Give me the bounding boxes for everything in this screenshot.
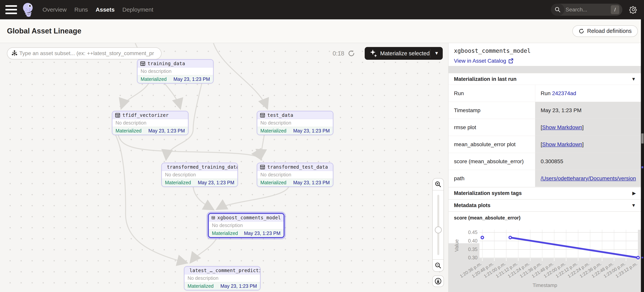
- x-axis-label: Timestamp: [526, 282, 564, 288]
- download-view-button[interactable]: [432, 275, 444, 287]
- edge-fragment: [642, 166, 643, 168]
- scrollbar-fragment: [641, 133, 644, 143]
- global-search[interactable]: /: [551, 4, 622, 16]
- chevron-right-icon[interactable]: ▶: [632, 190, 636, 196]
- y-tick-label: 0.35: [458, 246, 478, 252]
- search-input[interactable]: [566, 7, 602, 13]
- y-tick-label: 0.30: [458, 255, 478, 260]
- y-tick-label: 0.45: [458, 229, 478, 235]
- asset-detail-panel: xgboost_comments_model View in Asset Cat…: [448, 43, 641, 292]
- asset-node-xgboost-comments-model[interactable]: xgboost_comments_model No description Ma…: [208, 213, 284, 238]
- table-icon: [260, 113, 265, 118]
- search-icon: [551, 4, 564, 16]
- table-icon: [260, 165, 265, 170]
- asset-subset-input[interactable]: [19, 50, 156, 57]
- zoom-in-icon: [434, 181, 442, 188]
- reload-definitions-button[interactable]: Reload definitions: [572, 25, 638, 37]
- data-point: [509, 236, 512, 239]
- dagster-logo[interactable]: [21, 2, 35, 18]
- graph-toolbar: 0:18 Materialize selected ▼: [0, 43, 448, 64]
- zoom-out-button[interactable]: [433, 259, 444, 271]
- show-markdown-link[interactable]: Show Markdown: [542, 141, 582, 147]
- top-nav-bar: Overview Runs Assets Deployment /: [0, 0, 644, 19]
- chevron-down-icon[interactable]: ▼: [631, 76, 636, 82]
- data-point: [481, 236, 484, 239]
- asset-title: xgboost_comments_model: [454, 47, 530, 54]
- zoom-toolbar: [432, 178, 444, 272]
- edge-fragment: [642, 257, 643, 258]
- refresh-icon[interactable]: [348, 50, 355, 57]
- table-row: Run Run 242374ad: [448, 85, 641, 102]
- metadata-table: Run Run 242374ad Timestamp May 23, 1:23 …: [448, 85, 641, 187]
- path-link[interactable]: /Users/odetteharary/Documents/version: [541, 175, 636, 181]
- asset-node-tfidf-vectorizer[interactable]: tfidf_vectorizer No description Material…: [112, 111, 188, 135]
- page-header: Global Asset Lineage Reload definitions: [0, 19, 644, 43]
- op-selector-icon: [11, 50, 18, 57]
- selection-highlight: [448, 66, 641, 73]
- table-icon: [115, 113, 120, 118]
- metadata-plot-title: score (mean_absolute_error): [448, 211, 641, 224]
- section-materialization-system-tags[interactable]: Materialization system tags ▶: [448, 187, 641, 199]
- nav-item-runs[interactable]: Runs: [74, 7, 88, 13]
- chevron-down-icon[interactable]: ▼: [631, 203, 636, 208]
- asset-node-latest-comment-predictions[interactable]: latest_…_comment_predictions No descript…: [184, 266, 260, 290]
- refresh-timer: 0:18: [332, 50, 344, 57]
- score-line-chart: 0.45 0.40 0.35 0.30 1:20:36 p.m. 1:20:48…: [448, 224, 641, 292]
- page-title: Global Asset Lineage: [7, 27, 81, 35]
- nav-item-overview[interactable]: Overview: [42, 7, 67, 13]
- materialize-dropdown-caret[interactable]: ▼: [434, 51, 439, 56]
- table-row: rmse plot [Show Markdown]: [448, 119, 641, 136]
- section-materialization-in-last-run[interactable]: Materialization in last run ▼: [448, 73, 641, 85]
- hamburger-menu-icon[interactable]: [6, 5, 17, 14]
- gear-icon[interactable]: [629, 6, 638, 14]
- asset-subset-filter[interactable]: [7, 47, 162, 59]
- show-markdown-link[interactable]: Show Markdown: [542, 124, 582, 130]
- nav-item-deployment[interactable]: Deployment: [122, 7, 153, 13]
- zoom-slider-handle[interactable]: [435, 226, 442, 233]
- right-edge-strip: [641, 19, 644, 292]
- reload-icon: [578, 28, 584, 34]
- asset-node-transformed-test-data[interactable]: transformed_test_data No description Mat…: [257, 163, 334, 187]
- asset-node-test-data[interactable]: test_data No description MaterializedMay…: [257, 111, 334, 135]
- asset-node-transformed-training-data[interactable]: transformed_training_data No description…: [161, 163, 238, 187]
- download-icon: [434, 277, 442, 285]
- materialize-selected-button[interactable]: Materialize selected ▼: [365, 47, 443, 60]
- search-shortcut-badge: /: [611, 5, 619, 14]
- zoom-in-button[interactable]: [433, 178, 444, 190]
- asset-lineage-canvas[interactable]: 0:18 Materialize selected ▼ training_dat…: [0, 43, 448, 292]
- zoom-out-icon: [434, 262, 442, 269]
- table-row: path /Users/odetteharary/Documents/versi…: [448, 170, 641, 187]
- data-point: [637, 256, 639, 259]
- zoom-slider-track[interactable]: [437, 195, 439, 255]
- y-tick-label: 0.40: [458, 238, 478, 244]
- table-row: Timestamp May 23, 1:23 PM: [448, 102, 641, 119]
- zoom-slider[interactable]: [433, 190, 444, 259]
- table-row: score (mean_absolute_error) 0.300855: [448, 153, 641, 170]
- run-id-link[interactable]: 242374ad: [552, 90, 576, 96]
- table-icon: [212, 215, 215, 220]
- view-in-asset-catalog-link[interactable]: View in Asset Catalog: [454, 58, 514, 64]
- section-metadata-plots[interactable]: Metadata plots ▼: [448, 199, 641, 211]
- nav-item-assets[interactable]: Assets: [96, 7, 114, 13]
- external-link-icon: [508, 58, 514, 64]
- y-axis-label: Value: [454, 234, 460, 257]
- sparkle-icon: [370, 49, 378, 58]
- table-row: mean_absolute_error plot [Show Markdown]: [448, 136, 641, 153]
